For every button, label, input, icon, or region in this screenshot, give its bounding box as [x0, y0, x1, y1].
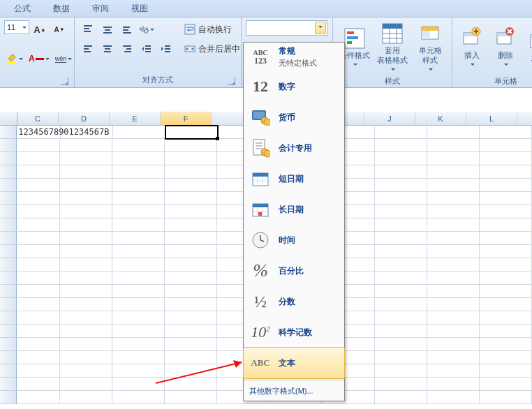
fill-color-button[interactable] [4, 50, 25, 68]
format-number[interactable]: 12 数字 [244, 71, 344, 102]
font-color-button[interactable]: A [27, 50, 52, 68]
cell[interactable] [480, 338, 532, 351]
cell[interactable] [375, 232, 427, 245]
cell[interactable] [480, 245, 532, 258]
cell[interactable] [17, 232, 59, 245]
cell[interactable] [60, 298, 112, 311]
cell[interactable] [427, 205, 480, 218]
cell[interactable] [60, 258, 112, 272]
cell[interactable] [375, 285, 427, 298]
cell[interactable] [427, 378, 480, 391]
cell[interactable] [480, 311, 532, 325]
cell[interactable] [375, 378, 427, 391]
cell[interactable] [165, 192, 217, 205]
cell[interactable] [112, 311, 165, 325]
cell[interactable] [112, 391, 165, 404]
cell[interactable] [375, 179, 427, 192]
format-long-date[interactable]: 长日期 [244, 194, 344, 225]
cell[interactable] [427, 139, 480, 152]
cell[interactable] [165, 165, 217, 179]
cell[interactable] [480, 192, 532, 205]
cell[interactable] [427, 218, 480, 232]
cell[interactable] [375, 165, 427, 179]
cell[interactable] [112, 245, 165, 258]
insert-button[interactable]: 插入 [457, 20, 487, 75]
format-accounting[interactable]: 会计专用 [244, 133, 344, 163]
font-size-input[interactable]: 11 [4, 20, 29, 34]
cell[interactable]: 12345678901234567B [17, 126, 61, 139]
cell[interactable] [480, 351, 532, 364]
cell[interactable] [17, 298, 59, 311]
col-header-e[interactable]: E [110, 112, 161, 125]
cell[interactable] [427, 325, 480, 338]
cell[interactable] [112, 232, 165, 245]
format-fraction[interactable]: ½ 分数 [244, 286, 344, 317]
cell[interactable] [60, 325, 112, 338]
cell[interactable] [427, 285, 480, 298]
format-button[interactable]: 格式 [524, 20, 532, 75]
cell[interactable] [112, 298, 165, 311]
cell[interactable] [60, 338, 112, 351]
cell[interactable] [427, 311, 480, 325]
cell[interactable] [427, 351, 480, 364]
cell[interactable] [165, 179, 217, 192]
col-header-d[interactable]: D [59, 112, 110, 125]
cell[interactable] [112, 139, 165, 152]
align-middle-button[interactable] [98, 20, 117, 38]
table-format-button[interactable]: 套用表格格式 [375, 20, 410, 75]
cell[interactable] [60, 272, 112, 285]
align-left-button[interactable] [79, 40, 97, 58]
cell[interactable] [17, 205, 59, 218]
tab-view[interactable]: 视图 [120, 0, 159, 17]
cell[interactable] [427, 165, 480, 179]
format-currency[interactable]: 货币 [244, 102, 344, 133]
cell[interactable] [112, 179, 165, 192]
col-header-c[interactable]: C [17, 112, 59, 125]
cell[interactable] [165, 245, 217, 258]
decrease-indent-button[interactable] [138, 40, 156, 58]
cell[interactable] [112, 218, 165, 232]
cell[interactable] [60, 378, 112, 391]
cell[interactable] [112, 378, 165, 391]
cell[interactable] [60, 218, 112, 232]
cell[interactable] [427, 245, 480, 258]
cell[interactable] [165, 285, 217, 298]
cell[interactable] [375, 272, 427, 285]
cell[interactable] [60, 205, 112, 218]
cell[interactable] [60, 165, 112, 179]
cell[interactable] [113, 126, 165, 139]
cell[interactable] [480, 391, 532, 404]
cell[interactable] [165, 258, 217, 272]
align-top-button[interactable] [79, 20, 97, 38]
cell[interactable] [17, 179, 59, 192]
cell[interactable] [480, 378, 532, 391]
cell[interactable] [60, 311, 112, 325]
increase-font-button[interactable]: A▲ [31, 20, 49, 38]
cell[interactable] [165, 152, 217, 165]
cell[interactable] [480, 325, 532, 338]
cell[interactable] [375, 245, 427, 258]
cell[interactable] [480, 139, 532, 152]
cell[interactable] [112, 205, 165, 218]
cell[interactable] [112, 325, 165, 338]
cell[interactable] [480, 126, 532, 139]
cell[interactable] [480, 364, 532, 378]
increase-indent-button[interactable] [157, 40, 175, 58]
cell[interactable] [60, 391, 112, 404]
cell[interactable] [480, 165, 532, 179]
cell[interactable] [17, 311, 59, 325]
cell[interactable] [17, 285, 59, 298]
cell[interactable] [112, 272, 165, 285]
cell[interactable] [427, 298, 480, 311]
number-format-dropdown-button[interactable] [315, 22, 326, 34]
cell[interactable] [112, 192, 165, 205]
cell[interactable] [480, 298, 532, 311]
cell[interactable] [165, 351, 217, 364]
cell[interactable] [480, 152, 532, 165]
cell[interactable] [60, 364, 112, 378]
format-time[interactable]: 时间 [244, 225, 344, 255]
wrap-text-button[interactable]: 自动换行 [182, 20, 251, 38]
cell[interactable] [17, 351, 59, 364]
cell[interactable] [375, 152, 427, 165]
cell[interactable] [165, 325, 217, 338]
